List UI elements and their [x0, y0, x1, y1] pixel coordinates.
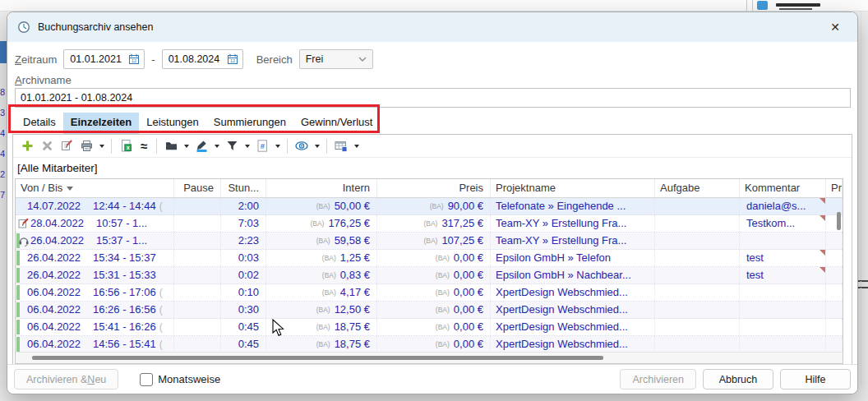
green-marker: [16, 251, 20, 265]
table-row[interactable]: 26.04.202215:37 - 1...2:23(BA)59,58 €(BA…: [16, 233, 843, 250]
cell-pause: [174, 336, 221, 353]
cell-aufgabe: [655, 336, 740, 353]
calendar-icon[interactable]: 12: [227, 53, 238, 65]
archivname-input[interactable]: 01.01.2021 - 01.08.2024: [15, 88, 851, 108]
table-row[interactable]: 06.04.202214:56 - 15:41(0:45(BA)18,75 €(…: [16, 336, 843, 353]
cell-projektname: XpertDesign Webschmied...: [491, 336, 655, 353]
column-header-intern[interactable]: Intern: [266, 179, 377, 197]
table-header: Von / BisPauseStun...InternPreisProjektn…: [16, 179, 843, 198]
print-dropdown-icon[interactable]: [96, 137, 107, 155]
table-row[interactable]: 06.04.202216:56 - 17:06(0:10(BA)4,17 €(B…: [16, 284, 843, 302]
bookings-table: Von / BisPauseStun...InternPreisProjektn…: [15, 178, 843, 364]
cell-kommentar: [740, 302, 826, 318]
ba-tag: (BA): [423, 237, 437, 245]
column-header-pause[interactable]: Pause: [174, 179, 221, 197]
cell-pause: [174, 233, 221, 249]
date-from-field[interactable]: 01.01.2021 12: [63, 49, 145, 69]
cell-kommentar: test: [740, 267, 826, 283]
column-header-pre[interactable]: Pre: [826, 179, 843, 197]
tab-summierungen[interactable]: Summierungen: [206, 113, 293, 134]
table-save-icon[interactable]: [331, 137, 351, 155]
table-row[interactable]: 14.07.202212:44 - 14:44(2:00(BA)50,00 €(…: [16, 198, 843, 215]
cell-intern: (BA)18,75 €: [266, 319, 377, 335]
dialog-titlebar[interactable]: Buchungsarchiv ansehen ✕: [7, 12, 857, 42]
ba-tag: (BA): [436, 306, 450, 314]
horizontal-scrollbar[interactable]: [16, 352, 843, 363]
excel-export-icon[interactable]: x: [116, 137, 136, 155]
dialog-title: Buchungsarchiv ansehen: [38, 21, 153, 33]
cell-von-bis: 06.04.202214:56 - 15:41(: [16, 336, 174, 353]
date-to-field[interactable]: 01.08.2024 12: [162, 49, 243, 69]
column-header-aufgabe[interactable]: Aufgabe: [655, 179, 740, 197]
table-dropdown-icon[interactable]: [351, 137, 362, 155]
table-row[interactable]: 26.04.202215:34 - 15:370:03(BA)1,25 €(BA…: [16, 250, 843, 267]
archive-button[interactable]: Archivieren: [620, 369, 696, 389]
note-corner-marker: [820, 250, 825, 256]
cell-von-bis: 06.04.202215:41 - 16:26(: [16, 319, 174, 335]
horizontal-scrollbar-thumb[interactable]: [32, 356, 603, 360]
cell-preis: (BA)107,25 €: [377, 233, 491, 249]
print-icon[interactable]: [76, 137, 96, 155]
folder-icon[interactable]: [161, 137, 181, 155]
cell-von-bis: 26.04.202215:34 - 15:37: [16, 250, 174, 266]
monatsweise-checkbox[interactable]: [140, 373, 153, 386]
ba-tag: (BA): [430, 202, 444, 210]
column-header-von-bis[interactable]: Von / Bis: [16, 179, 174, 197]
cell-intern: (BA)12,50 €: [266, 302, 377, 318]
close-icon[interactable]: ✕: [823, 21, 847, 34]
numbering-icon[interactable]: #: [252, 137, 272, 155]
edit-icon[interactable]: [57, 137, 76, 155]
table-row[interactable]: 06.04.202216:26 - 16:56(0:30(BA)12,50 €(…: [16, 302, 843, 319]
cell-intern: (BA)4,17 €: [266, 284, 377, 301]
ba-tag: (BA): [316, 237, 330, 245]
folder-dropdown-icon[interactable]: [181, 137, 192, 155]
cell-projektname: XpertDesign Webschmied...: [491, 302, 655, 318]
cell-preis: (BA)0,00 €: [377, 336, 491, 353]
cell-von-bis: 06.04.202216:26 - 16:56(: [16, 302, 174, 318]
cell-projektname: XpertDesign Webschmied...: [491, 284, 655, 301]
column-header-projektname[interactable]: Projektname: [491, 179, 655, 197]
tab-gewinn-verlust[interactable]: Gewinn/Verlust: [293, 113, 380, 134]
view-icon[interactable]: [292, 137, 312, 155]
cell-aufgabe: [655, 267, 740, 283]
view-dropdown-icon[interactable]: [312, 137, 322, 155]
delete-icon[interactable]: [37, 137, 57, 155]
approximate-icon[interactable]: ≈: [136, 137, 152, 155]
calendar-icon[interactable]: 12: [128, 53, 140, 65]
tab-leistungen[interactable]: Leistungen: [139, 113, 206, 134]
cell-kommentar: [740, 284, 826, 301]
add-icon[interactable]: [17, 137, 37, 155]
cell-preis: (BA)0,00 €: [377, 250, 491, 266]
toolbar-separator: [111, 139, 112, 154]
cell-projektname: Telefonate » Eingehende ...: [491, 198, 655, 214]
zeitraum-label: Zeitraum: [15, 53, 57, 66]
table-row[interactable]: 26.04.202215:31 - 15:330:02(BA)0,83 €(BA…: [16, 267, 843, 284]
cell-stunden: 0:02: [221, 267, 266, 283]
tab-einzelzeiten[interactable]: Einzelzeiten: [63, 113, 139, 134]
ba-tag: (BA): [436, 340, 450, 348]
table-row[interactable]: 28.04.202210:57 - 1...7:03(BA)176,25 €(B…: [16, 215, 843, 233]
table-body: 14.07.202212:44 - 14:44(2:00(BA)50,00 €(…: [16, 198, 843, 353]
filter-icon[interactable]: [222, 137, 242, 155]
vertical-scrollbar[interactable]: [837, 212, 841, 230]
column-header-kommentar[interactable]: Kommentar: [740, 179, 826, 197]
highlight-dropdown-icon[interactable]: [211, 137, 222, 155]
archive-and-new-button[interactable]: Archivieren & Neu: [14, 369, 118, 389]
column-header-stun-[interactable]: Stun...: [221, 179, 266, 197]
bereich-select[interactable]: Frei: [299, 49, 373, 69]
column-header-preis[interactable]: Preis: [377, 179, 491, 197]
highlight-color-icon[interactable]: [192, 137, 211, 155]
cancel-button[interactable]: Abbruch: [703, 369, 773, 389]
cell-preis: (BA)317,25 €: [377, 215, 491, 232]
svg-text:x: x: [126, 145, 129, 150]
numbering-dropdown-icon[interactable]: [272, 137, 283, 155]
table-row[interactable]: 06.04.202215:41 - 16:26(0:45(BA)18,75 €(…: [16, 319, 843, 336]
help-button[interactable]: Hilfe: [780, 369, 851, 389]
filter-dropdown-icon[interactable]: [242, 137, 252, 155]
cell-preis: (BA)0,00 €: [377, 267, 491, 283]
tab-details[interactable]: Details: [16, 113, 63, 134]
cell-stunden: 0:45: [221, 319, 266, 335]
note-corner-marker: [820, 198, 825, 204]
cell-preis: (BA)90,00 €: [377, 198, 491, 214]
cell-preis-extern: [826, 284, 843, 301]
